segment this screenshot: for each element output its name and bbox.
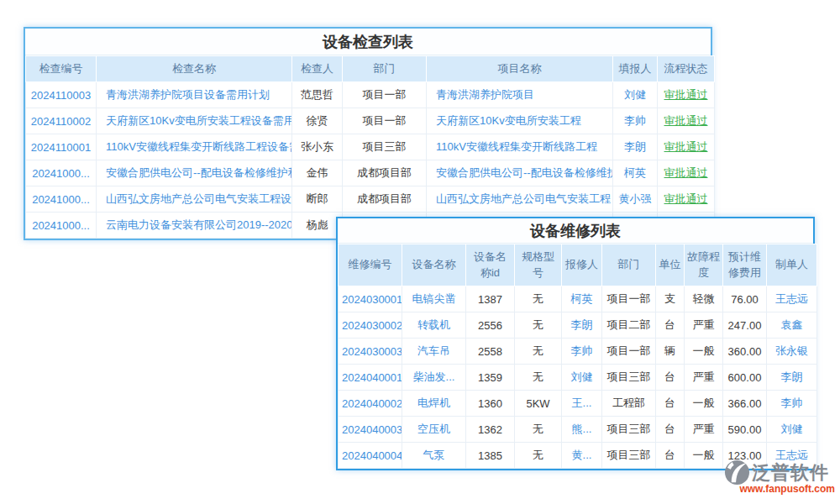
column-header-repair-department: 部门 [602, 244, 656, 286]
table-cell[interactable]: 审批通过 [658, 82, 715, 108]
table-cell[interactable]: 山西弘文房地产总公司电气安装工程 [427, 186, 613, 213]
table-cell[interactable]: 黄小强 [613, 186, 658, 213]
fanpu-logo: 泛普软件 www.fanpusoft.com [724, 459, 835, 495]
table-cell[interactable]: 2024030002 [339, 312, 402, 339]
table-cell[interactable]: 气泵 [402, 443, 466, 469]
table-cell: 项目三部 [602, 417, 656, 443]
table-cell[interactable]: 青海洪湖养护院项目设备需用计划 [97, 82, 292, 108]
table-cell[interactable]: 柯英 [562, 286, 602, 312]
table-cell: 金伟 [292, 160, 343, 186]
table-cell: 5KW [515, 391, 562, 417]
table-cell: 一般 [685, 391, 723, 417]
table-cell[interactable]: 李朗 [613, 134, 658, 160]
fanpu-logo-icon [724, 459, 750, 486]
table-cell[interactable]: 黄... [562, 443, 602, 469]
table-cell[interactable]: 空压机 [402, 417, 466, 443]
table-cell[interactable]: 李帅 [613, 108, 658, 134]
table-cell: 项目二部 [602, 312, 656, 339]
table-cell[interactable]: 柯英 [613, 160, 658, 186]
fanpu-logo-url[interactable]: www.fanpusoft.com [724, 483, 835, 495]
table-cell[interactable]: 电镐尖凿 [402, 286, 466, 312]
table-cell: 支 [656, 286, 685, 312]
table-cell[interactable]: 云南电力设备安装有限公司2019--2020年... [97, 213, 292, 239]
table-cell[interactable]: 审批通过 [658, 186, 715, 213]
fanpu-logo-text: 泛普软件 [752, 460, 829, 486]
table-cell[interactable]: 2024030003 [339, 339, 402, 365]
table-cell[interactable]: 刘健 [613, 82, 658, 108]
table-cell: 366.00 [723, 391, 767, 417]
table-cell[interactable]: 王志远 [767, 286, 817, 312]
table-cell: 严重 [685, 365, 723, 391]
table-cell: 无 [515, 365, 562, 391]
column-header-device-name: 设备名称 [402, 244, 466, 286]
table-cell[interactable]: 2024040004 [339, 443, 402, 469]
table-cell[interactable]: 王... [562, 391, 602, 417]
table-cell[interactable]: 审批通过 [658, 108, 715, 134]
table-row: 2024110001110kV安徽线程集变开断线路工程设备需...张小东项目三部… [26, 134, 715, 160]
table-cell[interactable]: 审批通过 [658, 134, 715, 160]
table-cell[interactable]: 110kV安徽线程集变开断线路工程设备需... [97, 134, 292, 160]
table-cell: 无 [515, 417, 562, 443]
table-cell[interactable]: 天府新区10Kv变电所安装工程设备需用计划 [97, 108, 292, 134]
table-cell[interactable]: 2024040003 [339, 417, 402, 443]
table-cell[interactable]: 110kV安徽线程集变开断线路工程 [427, 134, 613, 160]
table-cell: 项目三部 [602, 443, 656, 469]
table-cell[interactable]: 刘健 [562, 365, 602, 391]
table-cell: 严重 [685, 312, 723, 339]
table-cell: 无 [515, 339, 562, 365]
table-cell[interactable]: 青海洪湖养护院项目 [427, 82, 613, 108]
table-row: 2024110002天府新区10Kv变电所安装工程设备需用计划徐贤项目一部天府新… [26, 108, 715, 134]
table-cell[interactable]: 20241000... [26, 186, 97, 213]
table-cell: 1362 [466, 417, 515, 443]
table-cell: 一般 [685, 339, 723, 365]
table-cell[interactable]: 2024110002 [26, 108, 97, 134]
table-cell: 项目三部 [343, 134, 427, 160]
table-cell: 项目三部 [602, 365, 656, 391]
table-cell: 轻微 [685, 286, 723, 312]
table-cell: 成都项目部 [343, 160, 427, 186]
table-cell[interactable]: 李帅 [767, 391, 817, 417]
table-cell: 无 [515, 286, 562, 312]
column-header-fault-level: 故障程度 [685, 244, 723, 286]
table-cell: 一般 [685, 443, 723, 469]
table-cell[interactable]: 转载机 [402, 312, 466, 339]
table-cell[interactable]: 李朗 [562, 312, 602, 339]
table-cell[interactable]: 安徽合肥供电公司--配电设备检修维护和... [97, 160, 292, 186]
table-cell[interactable]: 2024030001 [339, 286, 402, 312]
table-cell[interactable]: 2024040001 [339, 365, 402, 391]
column-header-device-name-id: 设备名称id [466, 244, 515, 286]
table-cell[interactable]: 袁鑫 [767, 312, 817, 339]
repair-header-row: 维修编号 设备名称 设备名称id 规格型号 报修人 部门 单位 故障程度 预计维… [339, 244, 817, 286]
table-cell[interactable]: 天府新区10Kv变电所安装工程 [427, 108, 613, 134]
table-cell: 600.00 [723, 365, 767, 391]
column-header-estimated-cost: 预计维修费用 [723, 244, 767, 286]
table-cell[interactable]: 熊... [562, 417, 602, 443]
table-cell[interactable]: 电焊机 [402, 391, 466, 417]
column-header-flow-status: 流程状态 [658, 56, 715, 82]
table-cell[interactable]: 20241000... [26, 160, 97, 186]
table-row: 2024030001电镐尖凿1387无柯英项目一部支轻微76.00王志远 [339, 286, 817, 312]
table-cell[interactable]: 刘健 [767, 417, 817, 443]
table-cell[interactable]: 李朗 [767, 365, 817, 391]
table-cell: 590.00 [723, 417, 767, 443]
table-cell[interactable]: 审批通过 [658, 160, 715, 186]
table-cell[interactable]: 张永银 [767, 339, 817, 365]
table-cell[interactable]: 安徽合肥供电公司--配电设备检修维护... [427, 160, 613, 186]
table-cell[interactable]: 20241000... [26, 213, 97, 239]
table-cell[interactable]: 山西弘文房地产总公司电气安装工程设备... [97, 186, 292, 213]
table-cell[interactable]: 汽车吊 [402, 339, 466, 365]
table-cell[interactable]: 2024040002 [339, 391, 402, 417]
column-header-inspection-name: 检查名称 [97, 56, 292, 82]
table-cell[interactable]: 柴油发... [402, 365, 466, 391]
table-cell[interactable]: 2024110003 [26, 82, 97, 108]
inspection-table-title: 设备检查列表 [25, 29, 711, 55]
table-row: 20241000...山西弘文房地产总公司电气安装工程设备...断郎成都项目部山… [26, 186, 715, 213]
table-cell: 台 [656, 312, 685, 339]
column-header-creator: 制单人 [767, 244, 817, 286]
inspection-table: 设备检查列表 检查编号 检查名称 检查人 部门 项目名称 填报人 流程状态 20… [24, 27, 712, 240]
table-cell[interactable]: 2024110001 [26, 134, 97, 160]
column-header-inspection-id: 检查编号 [26, 56, 97, 82]
table-cell: 范思哲 [292, 82, 343, 108]
table-cell[interactable]: 李帅 [562, 339, 602, 365]
table-cell: 360.00 [723, 339, 767, 365]
